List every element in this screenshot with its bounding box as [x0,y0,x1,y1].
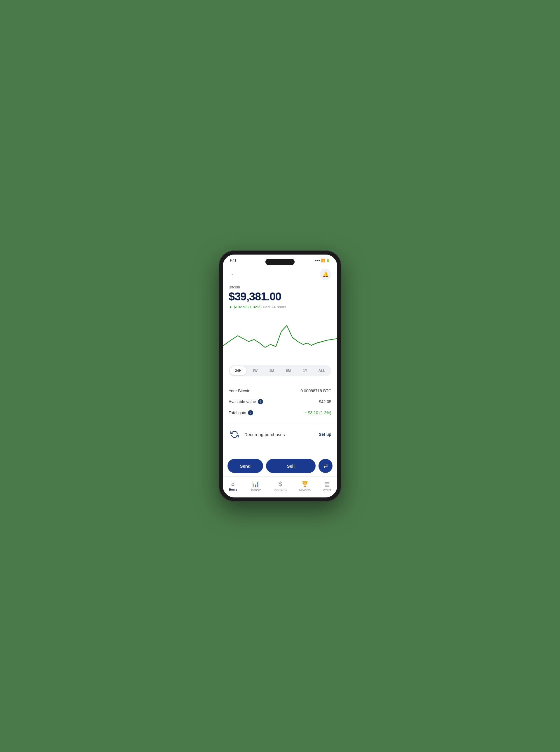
up-arrow-icon: ▲ [229,305,233,309]
total-gain-value: ↑ $3.10 (1.2%) [305,410,331,415]
setup-link[interactable]: Set up [319,432,331,437]
chart-svg [223,314,337,361]
nav-item-payments[interactable]: $ Payments [271,479,290,493]
your-bitcoin-value: 0.00088718 BTC [300,389,331,393]
stats-section: Your Bitcoin 0.00088718 BTC Available va… [223,381,337,423]
phone-frame: 9:41 ●●● 📶 🔋 ← 🔔 Bitcoin $39,381.00 ▲ $1… [219,250,341,502]
nav-label-home: Home [229,488,237,491]
back-arrow-icon: ← [231,271,237,278]
phone-screen: 9:41 ●●● 📶 🔋 ← 🔔 Bitcoin $39,381.00 ▲ $1… [223,254,337,498]
nav-item-wallet[interactable]: ▤ Wallet [319,479,334,493]
your-bitcoin-label: Your Bitcoin [229,389,250,393]
nav-item-rewards[interactable]: 🏆 Rewards [296,479,314,493]
available-value-label: Available value ? [229,399,263,404]
crypto-name: Bitcoin [229,285,331,289]
nav-label-finances: Finances [249,488,261,491]
header: ← 🔔 [223,266,337,283]
sell-button[interactable]: Sell [266,459,316,473]
total-gain-label: Total gain ? [229,410,253,416]
available-value-help-icon[interactable]: ? [258,399,263,404]
time-filter-24h[interactable]: 24H [230,366,246,375]
price-change-period: Past 24 hours [263,305,286,309]
rewards-icon: 🏆 [301,481,308,487]
time-filter-1y[interactable]: 1Y [297,366,313,375]
available-value: $42.05 [319,399,331,404]
recurring-section: Recurring purchases Set up [223,423,337,445]
nav-label-rewards: Rewards [299,488,310,491]
bell-icon: 🔔 [322,271,329,277]
available-value-row: Available value ? $42.05 [229,396,331,407]
notification-button[interactable]: 🔔 [320,269,331,280]
swap-button[interactable]: ⇄ [319,459,333,473]
home-icon: ⌂ [231,481,235,487]
price-change-row: ▲ $102.93 (1.32%) Past 24 hours [229,305,331,309]
recurring-label: Recurring purchases [244,432,315,437]
total-gain-row: Total gain ? ↑ $3.10 (1.2%) [229,407,331,418]
nav-label-wallet: Wallet [323,488,331,491]
notch [265,259,295,265]
crypto-price: $39,381.00 [229,290,331,303]
time-filter-1m[interactable]: 1M [263,366,280,375]
your-bitcoin-row: Your Bitcoin 0.00088718 BTC [229,386,331,396]
swap-icon: ⇄ [323,463,328,469]
finances-icon: 📊 [252,481,259,487]
back-button[interactable]: ← [229,269,239,279]
nav-item-finances[interactable]: 📊 Finances [246,479,265,493]
main-content: Bitcoin $39,381.00 ▲ $102.93 (1.32%) Pas… [223,283,337,456]
nav-item-home[interactable]: ⌂ Home [225,479,241,493]
time-filter-bar: 24H 1W 1M 6M 1Y ALL [229,365,331,376]
time-filter-all[interactable]: ALL [314,366,330,375]
time-filter-1w[interactable]: 1W [246,366,263,375]
price-change-amount: $102.93 (1.32%) [234,305,262,309]
price-section: Bitcoin $39,381.00 ▲ $102.93 (1.32%) Pas… [223,283,337,314]
bottom-nav: ⌂ Home 📊 Finances $ Payments 🏆 Rewards ▤… [223,477,337,498]
nav-label-payments: Payments [274,489,287,492]
wallet-icon: ▤ [324,481,330,487]
time-filter-6m[interactable]: 6M [280,366,297,375]
price-chart [223,314,337,361]
payments-icon: $ [279,480,282,488]
recurring-icon [229,428,240,440]
send-button[interactable]: Send [227,459,263,473]
status-bar: 9:41 ●●● 📶 🔋 [223,254,337,266]
bottom-actions: Send Sell ⇄ [223,456,337,477]
total-gain-help-icon[interactable]: ? [248,410,253,416]
